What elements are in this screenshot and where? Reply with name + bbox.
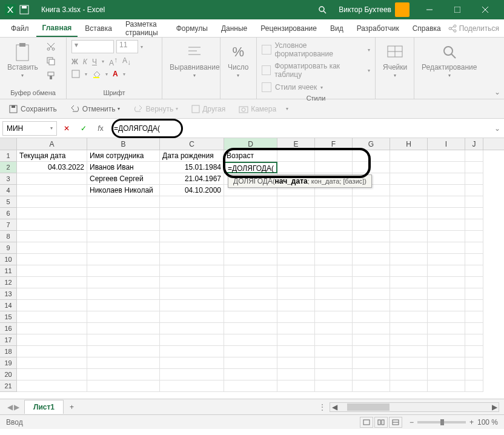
cell[interactable]: [315, 369, 353, 380]
cell[interactable]: [465, 242, 483, 254]
cell[interactable]: [160, 357, 224, 369]
row-header[interactable]: 6: [0, 208, 17, 219]
cell[interactable]: [17, 208, 87, 219]
horizontal-scrollbar[interactable]: ◀ ▶: [330, 402, 499, 412]
tab-insert[interactable]: Вставка: [79, 21, 118, 36]
cell[interactable]: [17, 173, 87, 185]
cell[interactable]: [428, 254, 465, 265]
cell[interactable]: [87, 254, 160, 265]
cell[interactable]: [353, 288, 390, 300]
cell[interactable]: [428, 277, 465, 288]
cell[interactable]: [390, 219, 428, 231]
increase-font-button[interactable]: A↑: [109, 56, 118, 67]
cell[interactable]: [87, 242, 160, 254]
cell[interactable]: [224, 380, 277, 392]
cell[interactable]: [315, 231, 353, 242]
cell[interactable]: [465, 196, 483, 208]
font-size-select[interactable]: 11: [116, 40, 138, 53]
cell[interactable]: [224, 311, 277, 323]
cell[interactable]: [428, 231, 465, 242]
row-header[interactable]: 11: [0, 265, 17, 277]
decrease-font-button[interactable]: A↓: [122, 56, 131, 67]
cell[interactable]: [224, 300, 277, 311]
cell[interactable]: [353, 277, 390, 288]
cell[interactable]: [160, 311, 224, 323]
cell[interactable]: [465, 277, 483, 288]
cell[interactable]: [353, 300, 390, 311]
cell[interactable]: [353, 162, 390, 173]
cell[interactable]: [224, 231, 277, 242]
expand-formula-bar-button[interactable]: ⌄: [494, 124, 500, 133]
cell[interactable]: [428, 380, 465, 392]
cell[interactable]: [465, 265, 483, 277]
cell[interactable]: [315, 346, 353, 357]
cell[interactable]: [315, 334, 353, 346]
cell[interactable]: [465, 173, 483, 185]
cell[interactable]: [315, 196, 353, 208]
cell[interactable]: [277, 346, 315, 357]
cell[interactable]: [277, 380, 315, 392]
column-header[interactable]: C: [160, 138, 224, 150]
cell[interactable]: [87, 369, 160, 380]
cell[interactable]: [87, 357, 160, 369]
alignment-button[interactable]: Выравнивание ▾: [167, 40, 222, 81]
cell[interactable]: [353, 346, 390, 357]
cell[interactable]: [17, 288, 87, 300]
cell[interactable]: [390, 208, 428, 219]
cell[interactable]: [17, 185, 87, 196]
cell[interactable]: [465, 334, 483, 346]
cell[interactable]: [160, 208, 224, 219]
row-header[interactable]: 13: [0, 288, 17, 300]
cell[interactable]: [160, 323, 224, 334]
cell[interactable]: [390, 277, 428, 288]
cell[interactable]: [428, 323, 465, 334]
scrollbar-thumb[interactable]: [347, 403, 390, 411]
row-header[interactable]: 5: [0, 196, 17, 208]
redo-button[interactable]: Вернуть ▾: [130, 103, 182, 115]
next-sheet-button[interactable]: ▶: [14, 403, 19, 411]
row-header[interactable]: 20: [0, 369, 17, 380]
row-header[interactable]: 9: [0, 242, 17, 254]
cell-styles-button[interactable]: Стили ячеек ▾: [262, 81, 323, 93]
cell[interactable]: [428, 242, 465, 254]
cell[interactable]: [277, 150, 315, 162]
zoom-in-button[interactable]: +: [469, 418, 474, 427]
cell[interactable]: [87, 196, 160, 208]
cell[interactable]: [315, 380, 353, 392]
cell[interactable]: [465, 231, 483, 242]
cell[interactable]: [224, 265, 277, 277]
cell[interactable]: [17, 300, 87, 311]
cell[interactable]: [160, 300, 224, 311]
cell[interactable]: Иванов Иван: [87, 162, 160, 173]
search-icon[interactable]: [318, 5, 327, 14]
cell[interactable]: [428, 346, 465, 357]
cell[interactable]: [160, 219, 224, 231]
select-all-corner[interactable]: [0, 138, 17, 150]
collapse-ribbon-button[interactable]: ⌄: [494, 88, 500, 96]
cell[interactable]: [315, 150, 353, 162]
cell[interactable]: 04.10.2000: [160, 185, 224, 196]
cell[interactable]: [428, 288, 465, 300]
cell[interactable]: [17, 346, 87, 357]
tab-review[interactable]: Рецензирование: [254, 21, 323, 36]
cell[interactable]: [17, 369, 87, 380]
column-header[interactable]: E: [277, 138, 315, 150]
cell[interactable]: [315, 323, 353, 334]
format-as-table-button[interactable]: Форматировать как таблицу ▾: [262, 61, 370, 80]
cell[interactable]: Возраст: [224, 150, 277, 162]
cell[interactable]: [353, 208, 390, 219]
name-box[interactable]: МИН▾: [2, 121, 57, 136]
cell[interactable]: [224, 357, 277, 369]
tab-help[interactable]: Справка: [406, 21, 447, 36]
cell[interactable]: [17, 265, 87, 277]
cell[interactable]: [465, 311, 483, 323]
cell[interactable]: [315, 219, 353, 231]
cell[interactable]: [353, 323, 390, 334]
italic-button[interactable]: К: [83, 58, 87, 66]
cell[interactable]: [87, 300, 160, 311]
cell[interactable]: [353, 254, 390, 265]
cell[interactable]: [17, 242, 87, 254]
cell[interactable]: [277, 288, 315, 300]
cell[interactable]: Дата рождения: [160, 150, 224, 162]
cell[interactable]: [428, 196, 465, 208]
